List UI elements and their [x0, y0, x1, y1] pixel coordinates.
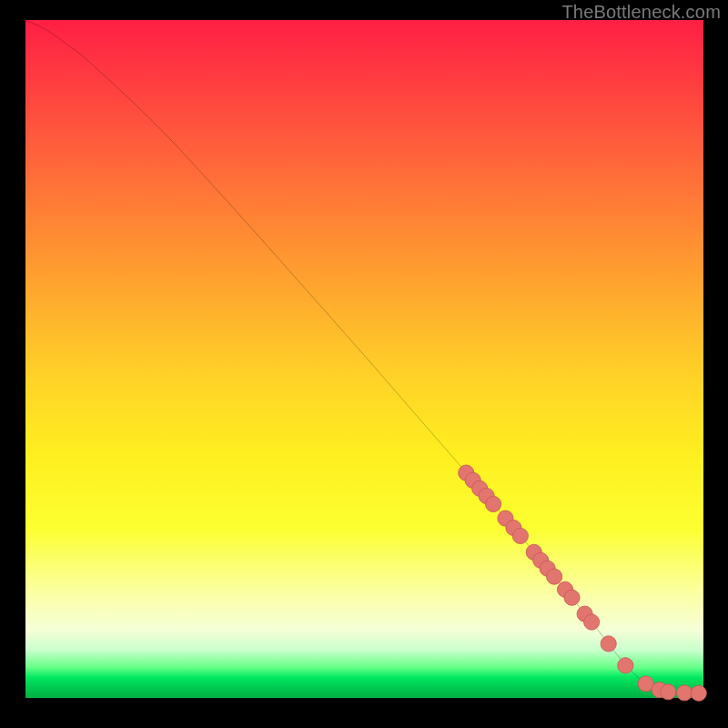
data-marker	[564, 590, 580, 605]
data-marker	[584, 614, 600, 630]
data-marker	[691, 685, 706, 701]
data-marker	[547, 569, 562, 584]
data-marker	[677, 685, 693, 701]
data-marker	[512, 528, 528, 543]
data-marker	[485, 496, 500, 511]
data-marker	[618, 658, 633, 673]
data-marker	[661, 684, 676, 700]
curve-line	[25, 20, 703, 693]
chart-plot	[25, 20, 703, 698]
marker-group	[459, 465, 707, 701]
data-marker	[601, 636, 616, 652]
